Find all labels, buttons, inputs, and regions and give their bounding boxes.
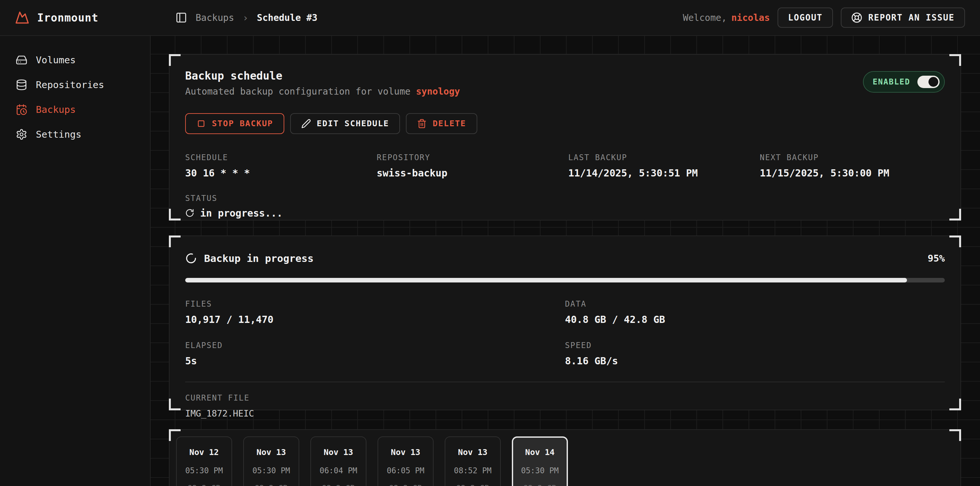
panel-left-icon[interactable] (175, 12, 187, 24)
topbar-right: Welcome, nicolas LOGOUT REPORT AN ISSUE (682, 8, 980, 28)
stop-backup-button[interactable]: STOP BACKUP (185, 113, 284, 134)
field-schedule: SCHEDULE 30 16 * * * (185, 153, 370, 179)
backup-history-card: Nov 12 05:30 PM 92.2 GB Nov 13 05:30 PM … (169, 429, 961, 486)
progress-percent: 95% (928, 253, 945, 264)
history-item-selected[interactable]: Nov 14 05:30 PM 92.2 GB (512, 437, 568, 486)
lifebuoy-icon (851, 12, 862, 23)
edit-schedule-button[interactable]: EDIT SCHEDULE (290, 113, 400, 134)
field-label: SCHEDULE (185, 153, 370, 162)
history-size: 92.2 GB (311, 484, 366, 486)
status-block: STATUS in progress... (185, 194, 945, 219)
logout-button[interactable]: LOGOUT (778, 8, 833, 28)
corner-bracket (949, 209, 961, 220)
schedule-actions: STOP BACKUP EDIT SCHEDULE DELETE (185, 113, 945, 134)
stop-icon (196, 119, 206, 129)
breadcrumb: Backups › Schedule #3 (150, 12, 318, 24)
corner-bracket (949, 429, 961, 441)
history-date: Nov 12 (177, 448, 231, 457)
corner-bracket (949, 54, 961, 66)
current-file-value: IMG_1872.HEIC (185, 408, 945, 419)
username: nicolas (731, 13, 770, 23)
calendar-clock-icon (16, 104, 27, 115)
field-label: NEXT BACKUP (760, 153, 945, 162)
welcome-prefix: Welcome, (682, 13, 727, 23)
hard-drive-icon (16, 54, 27, 66)
sidebar-item-label: Repositories (36, 79, 104, 90)
toggle-switch (917, 76, 940, 88)
sidebar-item-label: Backups (36, 104, 76, 115)
history-size: 92.2 GB (445, 484, 500, 486)
history-time: 08:52 PM (445, 466, 500, 475)
database-icon (16, 79, 27, 91)
sidebar-item-settings[interactable]: Settings (0, 122, 150, 147)
field-value: swiss-backup (377, 167, 562, 179)
trash-icon (417, 119, 427, 129)
subtitle-text: Automated backup configuration for volum… (185, 86, 416, 97)
status-value: in progress... (200, 207, 283, 219)
stat-value: 10,917 / 11,470 (185, 314, 565, 325)
sidebar-item-label: Settings (36, 129, 81, 140)
edit-schedule-label: EDIT SCHEDULE (317, 119, 389, 128)
progress-fill (185, 278, 907, 282)
stat-value: 8.16 GB/s (565, 355, 945, 366)
gear-icon (16, 129, 27, 140)
history-time: 05:30 PM (244, 466, 299, 475)
logout-label: LOGOUT (788, 13, 822, 22)
field-repository: REPOSITORY swiss-backup (377, 153, 562, 179)
report-issue-label: REPORT AN ISSUE (868, 13, 955, 22)
history-item[interactable]: Nov 13 08:52 PM 92.2 GB (445, 437, 501, 486)
field-next-backup: NEXT BACKUP 11/15/2025, 5:30:00 PM (760, 153, 945, 179)
field-label: LAST BACKUP (568, 153, 753, 162)
stat-label: SPEED (565, 341, 945, 350)
history-item[interactable]: Nov 13 05:30 PM 92.2 GB (243, 437, 299, 486)
stat-value: 5s (185, 355, 565, 366)
volume-name: synology (416, 86, 460, 97)
loader-spinner-icon (185, 252, 197, 264)
history-time: 06:05 PM (378, 466, 433, 475)
current-file-block: CURRENT FILE IMG_1872.HEIC (185, 394, 945, 419)
history-item[interactable]: Nov 12 05:30 PM 92.2 GB (176, 437, 232, 486)
sidebar: Volumes Repositories Backups Settings (0, 36, 151, 486)
schedule-card-subtitle: Automated backup configuration for volum… (185, 86, 460, 97)
corner-bracket (169, 236, 181, 247)
history-item[interactable]: Nov 13 06:05 PM 92.2 GB (377, 437, 434, 486)
history-date: Nov 13 (445, 448, 500, 457)
field-label: REPOSITORY (377, 153, 562, 162)
stat-label: FILES (185, 300, 565, 309)
sidebar-item-repositories[interactable]: Repositories (0, 72, 150, 97)
stat-value: 40.8 GB / 42.8 GB (565, 314, 945, 325)
history-size: 92.2 GB (177, 484, 231, 486)
field-value: 11/15/2025, 5:30:00 PM (760, 167, 945, 179)
field-value: 30 16 * * * (185, 167, 370, 179)
topbar: Ironmount Backups › Schedule #3 Welcome,… (0, 0, 980, 36)
brand-name: Ironmount (37, 11, 99, 24)
status-label: STATUS (185, 194, 945, 203)
field-value: 11/14/2025, 5:30:51 PM (568, 167, 753, 179)
history-size: 92.2 GB (513, 484, 566, 486)
sidebar-item-label: Volumes (36, 54, 76, 65)
delete-button[interactable]: DELETE (406, 113, 477, 134)
welcome-text: Welcome, nicolas (682, 13, 770, 23)
corner-bracket (949, 398, 961, 410)
main-content: Backup schedule Automated backup configu… (151, 36, 980, 486)
brand: Ironmount (0, 10, 150, 25)
history-item[interactable]: Nov 13 06:04 PM 92.2 GB (310, 437, 366, 486)
history-date: Nov 13 (378, 448, 433, 457)
progress-card-title: Backup in progress (204, 252, 313, 264)
pencil-icon (301, 119, 311, 129)
corner-bracket (169, 54, 181, 66)
schedule-card-heading: Backup schedule Automated backup configu… (185, 70, 460, 97)
history-time: 06:04 PM (311, 466, 366, 475)
stat-elapsed: ELAPSED 5s (185, 341, 565, 366)
breadcrumb-parent[interactable]: Backups (196, 13, 234, 23)
report-issue-button[interactable]: REPORT AN ISSUE (841, 8, 965, 28)
sidebar-item-volumes[interactable]: Volumes (0, 48, 150, 72)
corner-bracket (169, 429, 181, 441)
divider (185, 382, 945, 382)
enabled-toggle[interactable]: ENABLED (863, 71, 945, 92)
history-size: 92.2 GB (378, 484, 433, 486)
sidebar-item-backups[interactable]: Backups (0, 97, 150, 122)
history-time: 05:30 PM (177, 466, 231, 475)
history-date: Nov 13 (311, 448, 366, 457)
history-date: Nov 14 (513, 448, 566, 457)
